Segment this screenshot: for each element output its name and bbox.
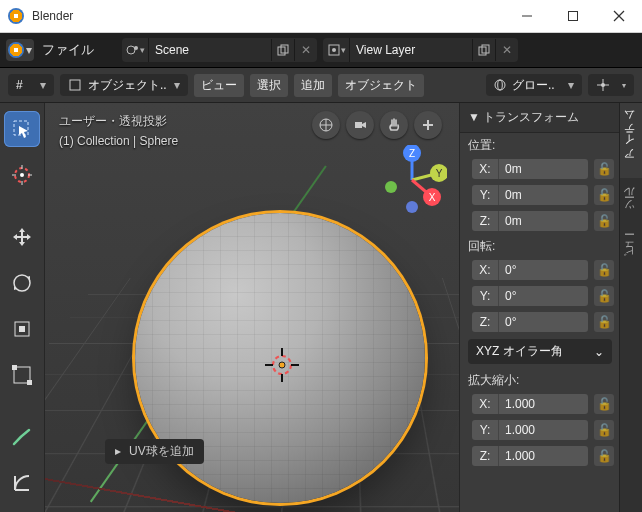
scene-name-input[interactable]	[149, 43, 271, 57]
transform-tool[interactable]	[4, 357, 40, 393]
pivot-dropdown[interactable]: ▾	[588, 74, 634, 96]
select-menu[interactable]: 選択	[250, 74, 288, 97]
3d-viewport[interactable]: ユーザー・透視投影 (1) Collection | Sphere Z Y X …	[45, 103, 642, 512]
viewlayer-copy-button[interactable]	[472, 39, 495, 61]
shading-wireframe-icon[interactable]	[312, 111, 340, 139]
viewlayer-name-input[interactable]	[350, 43, 472, 57]
overlay-object-label: (1) Collection | Sphere	[59, 134, 178, 148]
annotate-tool[interactable]	[4, 419, 40, 455]
overlay-info: ユーザー・透視投影 (1) Collection | Sphere	[59, 113, 178, 148]
lock-rotation-x[interactable]: 🔓	[594, 260, 614, 280]
camera-view-icon[interactable]	[346, 111, 374, 139]
last-operator-label: UV球を追加	[129, 443, 194, 460]
viewlayer-icon[interactable]: ▾	[323, 38, 350, 62]
scale-z-field[interactable]: Z:1.000	[472, 446, 588, 466]
svg-point-4	[127, 46, 135, 54]
svg-rect-27	[19, 326, 25, 332]
scale-tool[interactable]	[4, 311, 40, 347]
lock-scale-z[interactable]: 🔓	[594, 446, 614, 466]
mode-label: オブジェクト..	[88, 77, 167, 94]
svg-point-14	[498, 80, 503, 90]
file-menu[interactable]: ファイル	[42, 41, 94, 59]
n-panel-tabs: アイテム ツール ビュー	[619, 103, 642, 512]
lock-scale-y[interactable]: 🔓	[594, 420, 614, 440]
viewport-overlay-buttons	[312, 111, 442, 139]
svg-rect-30	[27, 380, 32, 385]
pan-view-icon[interactable]	[380, 111, 408, 139]
lock-rotation-y[interactable]: 🔓	[594, 286, 614, 306]
rotation-mode-dropdown[interactable]: XYZ オイラー角⌄	[468, 339, 612, 364]
3d-cursor-icon	[265, 348, 299, 382]
lock-location-x[interactable]: 🔓	[594, 159, 614, 179]
app-menu-button[interactable]: ▾	[6, 39, 34, 61]
zoom-view-icon[interactable]	[414, 111, 442, 139]
editor-type-dropdown[interactable]: #▾	[8, 74, 54, 96]
location-z-field[interactable]: Z:0m	[472, 211, 588, 231]
mode-dropdown[interactable]: オブジェクト..▾	[60, 74, 188, 96]
select-box-tool[interactable]	[4, 111, 40, 147]
view-menu[interactable]: ビュー	[194, 74, 244, 97]
add-menu[interactable]: 追加	[294, 74, 332, 97]
viewport-header: #▾ オブジェクト..▾ ビュー 選択 追加 オブジェクト グロー..▾ ▾	[0, 68, 642, 103]
scene-field: ▾ ✕	[122, 38, 317, 62]
object-menu[interactable]: オブジェクト	[338, 74, 424, 97]
window-maximize-button[interactable]	[550, 1, 596, 31]
lock-location-z[interactable]: 🔓	[594, 211, 614, 231]
rotation-z-field[interactable]: Z:0°	[472, 312, 588, 332]
svg-rect-29	[12, 365, 17, 370]
tab-item[interactable]: アイテム	[620, 103, 642, 178]
location-x-field[interactable]: X:0m	[472, 159, 588, 179]
viewlayer-delete-button[interactable]: ✕	[495, 39, 518, 61]
svg-point-53	[385, 181, 397, 193]
scale-label: 拡大縮小:	[460, 368, 620, 391]
globe-icon	[494, 79, 506, 91]
svg-text:Z: Z	[409, 148, 415, 159]
rotation-x-field[interactable]: X:0°	[472, 260, 588, 280]
viewlayer-field: ▾ ✕	[323, 38, 518, 62]
viewport-area: ユーザー・透視投影 (1) Collection | Sphere Z Y X …	[0, 103, 642, 512]
toolbar	[0, 103, 45, 512]
scale-y-field[interactable]: Y:1.000	[472, 420, 588, 440]
orientation-dropdown[interactable]: グロー..▾	[486, 74, 582, 96]
svg-point-9	[332, 48, 336, 52]
lock-rotation-z[interactable]: 🔓	[594, 312, 614, 332]
rotate-tool[interactable]	[4, 265, 40, 301]
rotation-label: 回転:	[460, 234, 620, 257]
transform-panel-header[interactable]: ▼ トランスフォーム	[460, 103, 620, 133]
svg-rect-12	[70, 80, 80, 90]
location-label: 位置:	[460, 133, 620, 156]
window-title: Blender	[32, 9, 73, 23]
window-close-button[interactable]	[596, 1, 642, 31]
orientation-label: グロー..	[512, 77, 555, 94]
chevron-right-icon: ▸	[115, 444, 121, 458]
window-titlebar: Blender	[0, 0, 642, 33]
scene-delete-button[interactable]: ✕	[294, 39, 317, 61]
location-y-field[interactable]: Y:0m	[472, 185, 588, 205]
move-tool[interactable]	[4, 219, 40, 255]
lock-location-y[interactable]: 🔓	[594, 185, 614, 205]
svg-rect-1	[569, 12, 578, 21]
cursor-tool[interactable]	[4, 157, 40, 193]
svg-text:Y: Y	[436, 168, 443, 179]
svg-point-13	[495, 80, 505, 90]
scale-x-field[interactable]: X:1.000	[472, 394, 588, 414]
rotation-y-field[interactable]: Y:0°	[472, 286, 588, 306]
scene-copy-button[interactable]	[271, 39, 294, 61]
blender-logo-icon	[8, 8, 24, 24]
tab-tool[interactable]: ツール	[620, 178, 642, 228]
scene-icon[interactable]: ▾	[122, 38, 149, 62]
overlay-perspective-label: ユーザー・透視投影	[59, 113, 178, 130]
tab-view[interactable]: ビュー	[620, 228, 642, 277]
orientation-gizmo[interactable]: Z Y X	[377, 145, 447, 215]
object-mode-icon	[68, 78, 82, 92]
n-panel: ▼ トランスフォーム 位置: X:0m🔓 Y:0m🔓 Z:0m🔓 回転: X:0…	[459, 103, 620, 512]
svg-point-54	[406, 201, 418, 213]
measure-tool[interactable]	[4, 465, 40, 501]
last-operator-button[interactable]: ▸ UV球を追加	[105, 439, 204, 464]
lock-scale-x[interactable]: 🔓	[594, 394, 614, 414]
main-header: ▾ ファイル ▾ ✕ ▾ ✕	[0, 33, 642, 68]
svg-point-34	[279, 362, 285, 368]
window-minimize-button[interactable]	[504, 1, 550, 31]
operator-redo-panel: ▸ UV球を追加	[105, 437, 452, 465]
svg-text:X: X	[429, 192, 436, 203]
